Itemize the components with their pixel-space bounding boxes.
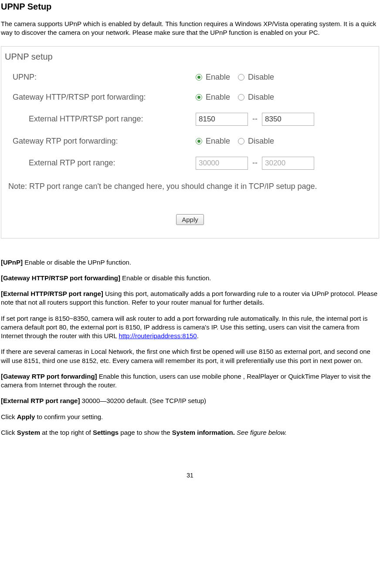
body-text: [UPnP] Enable or disable the UPnP functi… (1, 258, 379, 437)
text-system-g: See figure below. (237, 429, 287, 436)
radio-gwrtp-disable[interactable] (238, 138, 244, 144)
text-apply-a: Click (1, 413, 17, 420)
text-upnp: Enable or disable the UPnP function. (24, 259, 131, 266)
term-gwrtp: [Gateway RTP port forwarding] (1, 373, 99, 380)
radio-gwrtp-enable[interactable] (196, 138, 202, 144)
radio-gwhttp-disable[interactable] (238, 94, 244, 101)
text-apply-b: Apply (17, 413, 35, 420)
term-extrtp: [External RTP port range] (1, 397, 82, 404)
radio-label-disable: Disable (248, 137, 274, 146)
label-gw-http: Gateway HTTP/RTSP port forwarding: (13, 93, 196, 102)
input-http-from[interactable] (196, 113, 248, 126)
text-multi-cameras: If there are several cameras in Local Ne… (1, 347, 379, 365)
input-rtp-from (196, 157, 248, 170)
label-ext-http: External HTTP/RTSP port range: (29, 114, 196, 124)
radio-label-enable: Enable (206, 73, 230, 82)
panel-heading: UPNP setup (5, 52, 375, 62)
input-http-to[interactable] (262, 113, 314, 126)
term-upnp: [UPnP] (1, 259, 24, 266)
text-portrange-b: . (197, 332, 199, 339)
page-number: 31 (1, 472, 379, 479)
text-system-a: Click (1, 429, 17, 436)
label-ext-rtp: External RTP port range: (29, 158, 196, 168)
page-title: UPNP Setup (1, 2, 379, 12)
row-ext-rtp: External RTP port range: -- (5, 157, 375, 170)
row-upnp: UPNP: Enable Disable (5, 73, 375, 82)
radio-upnp-enable[interactable] (196, 74, 202, 81)
radio-gwhttp-enable[interactable] (196, 94, 202, 101)
panel-note: Note: RTP port range can't be changed he… (5, 181, 375, 192)
intro-paragraph: The camera supports UPnP which is enable… (1, 20, 379, 37)
radio-label-disable: Disable (248, 93, 274, 102)
text-system-b: System (17, 429, 40, 436)
link-router-url[interactable]: http://routeripaddress:8150 (119, 332, 197, 339)
row-ext-http: External HTTP/RTSP port range: -- (5, 113, 375, 126)
radio-label-disable: Disable (248, 73, 274, 82)
separator: -- (252, 158, 258, 168)
separator: -- (252, 114, 258, 124)
radio-upnp-disable[interactable] (238, 74, 244, 81)
apply-button[interactable]: Apply (176, 214, 204, 225)
row-gw-rtp: Gateway RTP port forwarding: Enable Disa… (5, 137, 375, 146)
radio-label-enable: Enable (206, 93, 230, 102)
term-exthttp: [External HTTP/RTSP port range] (1, 290, 105, 297)
text-gwhttp: Enable or disable this function. (122, 274, 211, 282)
text-extrtp: 30000—30200 default. (See TCP/IP setup) (82, 397, 206, 404)
text-system-f: System information. (172, 429, 237, 436)
term-gwhttp: [Gateway HTTP/RTSP port forwarding] (1, 274, 122, 282)
text-system-c: at the top right of (40, 429, 93, 436)
text-system-e: page to show the (119, 429, 172, 436)
upnp-setup-panel: UPNP setup UPNP: Enable Disable Gateway … (1, 46, 379, 239)
label-upnp: UPNP: (13, 73, 196, 82)
radio-label-enable: Enable (206, 137, 230, 146)
label-gw-rtp: Gateway RTP port forwarding: (13, 137, 196, 146)
row-gw-http: Gateway HTTP/RTSP port forwarding: Enabl… (5, 93, 375, 102)
input-rtp-to (262, 157, 314, 170)
text-system-d: Settings (93, 429, 119, 436)
text-apply-c: to confirm your setting. (35, 413, 103, 420)
